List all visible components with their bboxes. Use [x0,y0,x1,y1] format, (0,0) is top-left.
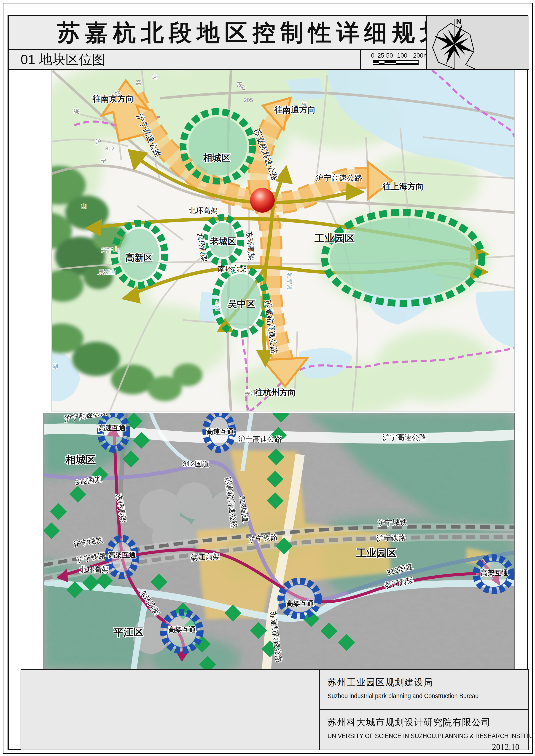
compass-rose: N [427,16,530,69]
footer-client-box: 苏州工业园区规划建设局 Suzhou industrial park plann… [319,669,529,710]
north-label: N [456,17,462,26]
title-band: 苏嘉杭北段地区控制性详细规划 [9,16,426,50]
scale-tick-0: 0 [371,52,375,59]
scale-tick-25: 25 [378,52,384,59]
page-frame [8,15,528,750]
designer-name-en: UNIVERSITY OF SCIENCE IN SUZHOU,PLANNING… [327,732,535,740]
date-stamp: 2012.10 [327,742,521,752]
client-name-en: Suzhou industrial park planning and Cons… [327,692,479,700]
subtitle-divider [360,50,361,70]
compass-box: N [426,16,529,70]
scale-bar-graphic [373,60,419,65]
scale-bar: 0 25 50 100 200m [363,51,425,68]
scale-tick-50: 50 [386,52,393,59]
page-title: 苏嘉杭北段地区控制性详细规划 [9,16,426,49]
footer-designer-box: 苏州科大城市规划设计研究院有限公司 UNIVERSITY OF SCIENCE … [319,709,529,750]
scale-tick-100: 100 [397,52,408,59]
client-name-cn: 苏州工业园区规划建设局 [327,676,521,688]
designer-name-cn: 苏州科大城市规划设计研究院有限公司 [327,716,521,729]
